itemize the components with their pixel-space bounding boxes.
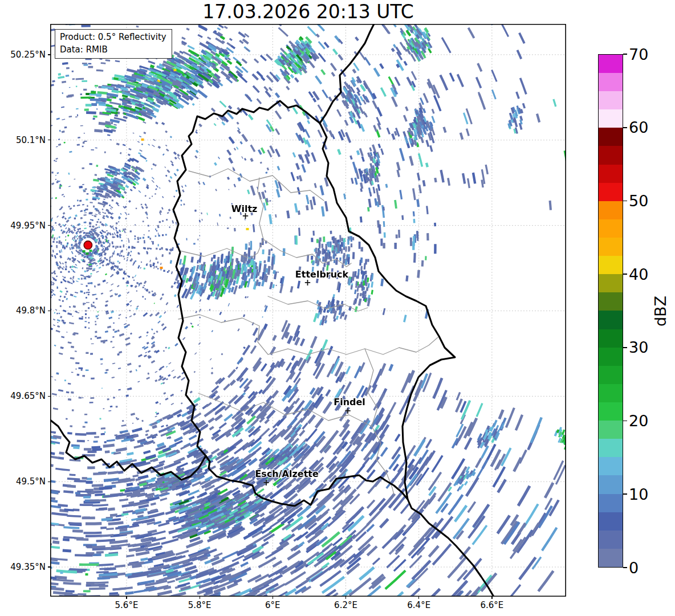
- lon-tick-label: 6.6°E: [480, 599, 503, 611]
- lat-tick-mark: [48, 566, 50, 567]
- colorbar-segment: [599, 201, 623, 219]
- colorbar-segment: [599, 219, 623, 238]
- lat-tick-label: 49.5°N: [0, 476, 46, 487]
- colorbar-segment: [599, 402, 623, 421]
- lat-tick-mark: [48, 225, 50, 226]
- colorbar-tick-label: 70: [629, 47, 648, 62]
- lon-tick-label: 6°E: [265, 599, 280, 611]
- lon-tick-mark: [418, 597, 419, 599]
- city-label: Wiltz: [231, 203, 258, 214]
- colorbar-segment: [599, 384, 623, 402]
- lat-tick-label: 49.95°N: [0, 220, 46, 231]
- colorbar: [598, 54, 623, 568]
- product-info-line: Product: 0.5° Reflectivity: [60, 31, 166, 43]
- city-label: Ettelbruck: [295, 268, 348, 279]
- radar-map-canvas: [50, 24, 566, 597]
- lon-tick-mark: [126, 597, 127, 599]
- product-info-box: Product: 0.5° Reflectivity Data: RMIB: [55, 29, 172, 59]
- colorbar-tick-mark: [623, 274, 627, 275]
- colorbar-tick-mark: [623, 493, 627, 495]
- colorbar-tick-mark: [623, 421, 627, 422]
- colorbar-segment: [599, 311, 623, 329]
- colorbar-segment: [599, 183, 623, 201]
- colorbar-segment: [599, 457, 623, 475]
- colorbar-segment: [599, 91, 623, 109]
- colorbar-tick-mark: [623, 127, 627, 128]
- colorbar-segment: [599, 348, 623, 366]
- city-label: Esch/Alzette: [255, 468, 318, 479]
- colorbar-tick-label: 10: [629, 487, 648, 502]
- colorbar-segment: [599, 292, 623, 311]
- colorbar-tick-label: 50: [629, 193, 648, 209]
- lon-tick-label: 6.2°E: [334, 599, 357, 611]
- colorbar-tick-label: 60: [629, 120, 648, 135]
- colorbar-segment: [599, 549, 623, 567]
- lat-tick-mark: [48, 311, 50, 311]
- city-marker: +: [263, 479, 270, 487]
- radar-figure: 17.03.2026 20:13 UTC Product: 0.5° Refle…: [0, 0, 675, 616]
- colorbar-segment: [599, 238, 623, 256]
- lat-tick-mark: [48, 54, 50, 55]
- city-label: Findel: [334, 396, 365, 407]
- colorbar-tick-label: 0: [629, 560, 639, 576]
- lat-tick-mark: [48, 482, 50, 482]
- colorbar-tick-mark: [623, 567, 627, 568]
- colorbar-segment: [599, 329, 623, 348]
- colorbar-segment: [599, 73, 623, 91]
- colorbar-segment: [599, 109, 623, 128]
- lon-tick-mark: [273, 597, 273, 599]
- colorbar-segment: [599, 274, 623, 292]
- data-source-line: Data: RMIB: [60, 43, 166, 56]
- lon-tick-mark: [200, 597, 200, 599]
- colorbar-tick-label: 30: [629, 340, 648, 355]
- lat-tick-mark: [48, 140, 50, 140]
- city-marker: +: [344, 407, 352, 415]
- lat-tick-mark: [48, 396, 50, 397]
- colorbar-segment: [599, 494, 623, 512]
- colorbar-segment: [599, 366, 623, 384]
- lon-tick-label: 5.6°E: [115, 599, 139, 611]
- colorbar-tick-label: 40: [629, 267, 648, 282]
- colorbar-segment: [599, 256, 623, 274]
- colorbar-segment: [599, 146, 623, 164]
- colorbar-unit-label: dBZ: [652, 296, 669, 327]
- city-marker: +: [304, 279, 311, 287]
- colorbar-segment: [599, 165, 623, 183]
- lat-tick-label: 49.8°N: [0, 305, 46, 316]
- colorbar-segment: [599, 531, 623, 549]
- colorbar-segment: [599, 475, 623, 493]
- colorbar-segment: [599, 55, 623, 73]
- colorbar-tick-mark: [623, 347, 627, 348]
- lat-tick-label: 49.65°N: [0, 390, 46, 402]
- lon-tick-mark: [491, 597, 492, 599]
- lon-tick-label: 5.8°E: [188, 599, 212, 611]
- figure-title: 17.03.2026 20:13 UTC: [50, 1, 566, 23]
- colorbar-tick-label: 20: [629, 413, 648, 429]
- colorbar-segment: [599, 421, 623, 439]
- colorbar-tick-mark: [623, 201, 627, 202]
- lon-tick-label: 6.4°E: [407, 599, 430, 611]
- colorbar-tick-mark: [623, 54, 627, 55]
- colorbar-segment: [599, 439, 623, 457]
- lat-tick-label: 50.25°N: [0, 49, 46, 60]
- lat-tick-label: 50.1°N: [0, 134, 46, 146]
- lon-tick-mark: [345, 597, 346, 599]
- colorbar-segment: [599, 128, 623, 146]
- colorbar-segment: [599, 512, 623, 531]
- lat-tick-label: 49.35°N: [0, 561, 46, 573]
